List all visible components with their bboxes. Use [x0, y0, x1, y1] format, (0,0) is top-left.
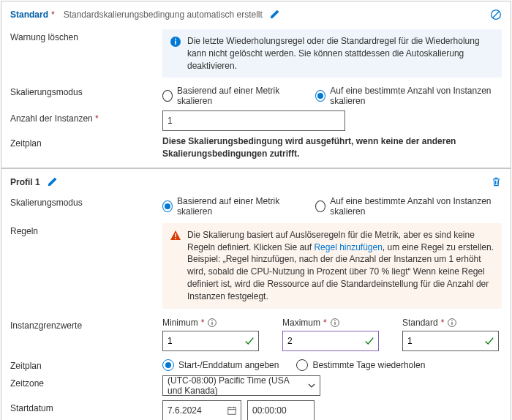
row-scaling-mode: Skalierungsmodus Basierend auf einer Met…	[1, 192, 511, 219]
rules-label: Regeln	[10, 223, 157, 236]
radio-scale-count[interactable]: Auf eine bestimmte Anzahl von Instanzen …	[315, 196, 502, 217]
scale-condition-profile-1: Profil 1 Skalierungsmodus Basierend auf …	[1, 168, 511, 420]
timezone-label: Zeitzone	[10, 375, 157, 389]
calendar-icon[interactable]	[227, 405, 237, 416]
radio-scale-count[interactable]: Auf eine bestimmte Anzahl von Instanzen …	[315, 86, 502, 106]
svg-line-1	[493, 12, 499, 18]
delete-warning-text: Die letzte Wiederholungsregel oder die S…	[187, 35, 494, 72]
radio-scale-metric[interactable]: Basierend auf einer Metrik skalieren	[162, 86, 298, 106]
svg-point-6	[175, 238, 176, 239]
row-schedule-mode: Zeitplan Start-/Enddatum angeben Bestimm…	[1, 356, 511, 373]
info-icon[interactable]	[447, 318, 457, 328]
warning-icon	[170, 229, 181, 303]
radio-scale-metric-label: Basierend auf einer Metrik skalieren	[177, 86, 298, 106]
row-delete-warning: Warnung löschen Die letzte Wiederholungs…	[1, 25, 511, 82]
info-icon[interactable]	[330, 318, 340, 328]
instance-count-input[interactable]	[162, 110, 345, 131]
svg-rect-8	[212, 321, 213, 324]
limit-minimum: Minimum *	[162, 318, 259, 351]
schedule-label: Zeitplan	[10, 135, 157, 149]
row-scaling-mode: Skalierungsmodus Basierend auf einer Met…	[1, 82, 511, 108]
row-rules: Regeln Die Skalierung basiert auf Auslös…	[1, 219, 511, 313]
schedule-label: Zeitplan	[10, 358, 157, 371]
instance-count-label: Anzahl der Instanzen *	[10, 110, 157, 124]
radio-schedule-repeat[interactable]: Bestimmte Tage wiederholen	[296, 359, 425, 371]
svg-point-9	[212, 320, 214, 321]
timezone-select[interactable]: (UTC-08:00) Pacific Time (USA und Kanada…	[162, 375, 320, 396]
delete-warning-label: Warnung löschen	[10, 29, 157, 42]
start-time-input[interactable]	[247, 400, 315, 420]
card-title-text: Standard	[10, 10, 48, 20]
rules-warning-box: Die Skalierung basiert auf Auslöseregeln…	[162, 223, 502, 309]
scaling-mode-label: Skalierungsmodus	[10, 84, 157, 97]
edit-icon[interactable]	[46, 176, 58, 188]
required-marker: *	[95, 113, 99, 124]
valid-check-icon	[364, 336, 374, 346]
valid-check-icon	[244, 336, 255, 346]
add-rule-link[interactable]: Regel hinzufügen	[314, 242, 382, 252]
row-limits: Instanzgrenzwerte Minimum * Max	[1, 313, 511, 356]
rules-warning-text: Die Skalierung basiert auf Auslöseregeln…	[187, 229, 494, 303]
row-start-date: Startdatum	[1, 398, 511, 420]
radio-scale-count-label: Auf eine bestimmte Anzahl von Instanzen …	[330, 196, 502, 217]
radio-schedule-range[interactable]: Start-/Enddatum angeben	[162, 359, 279, 371]
row-timezone: Zeitzone (UTC-08:00) Pacific Time (USA u…	[1, 373, 511, 398]
svg-point-12	[334, 320, 336, 321]
required-marker: *	[51, 10, 55, 20]
svg-rect-5	[175, 233, 176, 237]
required-marker: *	[201, 318, 205, 328]
limits-label: Instanzgrenzwerte	[10, 318, 157, 331]
card-title-text: Profil 1	[10, 177, 40, 187]
card-header: Profil 1	[1, 169, 511, 192]
svg-rect-14	[452, 321, 453, 324]
timezone-value: (UTC-08:00) Pacific Time (USA und Kanada…	[162, 375, 320, 396]
svg-point-15	[452, 320, 453, 321]
chevron-down-icon	[307, 381, 316, 390]
valid-check-icon	[484, 336, 494, 346]
radio-schedule-repeat-label: Bestimmte Tage wiederholen	[312, 360, 425, 370]
limit-default: Standard *	[402, 318, 499, 351]
delete-warning-infobox: Die letzte Wiederholungsregel oder die S…	[162, 29, 502, 78]
svg-rect-16	[228, 407, 236, 414]
required-marker: *	[441, 318, 445, 328]
scaling-mode-label: Skalierungsmodus	[10, 195, 157, 208]
required-marker: *	[323, 318, 327, 328]
radio-scale-metric[interactable]: Basierend auf einer Metrik skalieren	[162, 196, 298, 217]
row-instance-count: Anzahl der Instanzen *	[1, 108, 511, 133]
scaling-mode-radio-group: Basierend auf einer Metrik skalieren Auf…	[162, 195, 502, 217]
delete-icon[interactable]	[490, 176, 502, 188]
block-icon[interactable]	[490, 9, 502, 20]
limit-minimum-label: Minimum	[162, 318, 198, 328]
limit-maximum-label: Maximum	[282, 318, 320, 328]
scaling-mode-radio-group: Basierend auf einer Metrik skalieren Auf…	[162, 84, 502, 106]
scale-condition-standard: Standard * Standardskalierungsbedingung …	[1, 1, 511, 168]
svg-rect-3	[175, 41, 176, 45]
radio-scale-metric-label: Basierend auf einer Metrik skalieren	[177, 196, 298, 217]
radio-scale-count-label: Auf eine bestimmte Anzahl von Instanzen …	[330, 86, 502, 106]
limit-default-label: Standard	[402, 318, 438, 328]
card-subtitle: Standardskalierungsbedingung automatisch…	[64, 10, 263, 20]
info-icon[interactable]	[207, 318, 217, 328]
svg-rect-11	[334, 321, 335, 324]
radio-schedule-range-label: Start-/Enddatum angeben	[178, 360, 279, 370]
row-schedule: Zeitplan Diese Skalierungsbedingung wird…	[1, 133, 511, 161]
limit-maximum: Maximum *	[282, 318, 379, 351]
schedule-mode-radio-group: Start-/Enddatum angeben Bestimmte Tage w…	[162, 358, 502, 371]
svg-point-4	[175, 39, 176, 40]
card-title[interactable]: Profil 1	[10, 177, 40, 187]
card-title[interactable]: Standard *	[10, 10, 55, 20]
card-header: Standard * Standardskalierungsbedingung …	[1, 1, 511, 25]
edit-icon[interactable]	[268, 9, 280, 20]
start-date-label: Startdatum	[10, 400, 157, 413]
info-icon	[170, 35, 181, 72]
schedule-text: Diese Skalierungsbedingung wird ausgefüh…	[162, 135, 502, 159]
